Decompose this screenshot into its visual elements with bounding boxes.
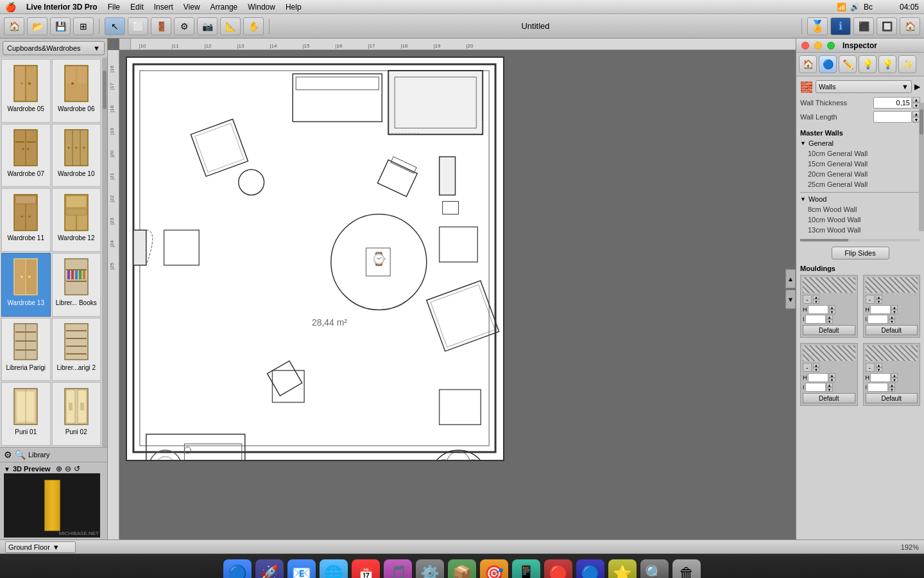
moulding-h-input-3[interactable]: [808, 373, 828, 382]
general-section-header[interactable]: ▼ General: [800, 139, 920, 147]
dock-spotlight[interactable]: 🔍: [640, 559, 669, 579]
moulding-down-4[interactable]: ▼: [876, 367, 882, 372]
moulding-i-input-1[interactable]: [805, 315, 826, 324]
moulding-h-input-2[interactable]: [870, 305, 891, 314]
wall-thickness-up[interactable]: ▲: [912, 97, 920, 103]
menu-window[interactable]: Window: [248, 3, 275, 12]
floor-plan[interactable]: ⌚ 28,44 m²: [126, 57, 504, 461]
moulding-h-up-2[interactable]: ▲: [891, 305, 898, 310]
library-item-books[interactable]: Librer... Books: [52, 253, 101, 317]
menu-edit[interactable]: Edit: [130, 3, 144, 12]
walls-dropdown[interactable]: Walls ▼: [816, 80, 912, 93]
library-item-wardrobe10[interactable]: Wardrobe 10: [52, 124, 101, 188]
library-item-puni02[interactable]: Puni 02: [52, 382, 101, 446]
menu-app-name[interactable]: Live Interior 3D Pro: [26, 3, 98, 12]
dock-mail[interactable]: 📧: [287, 559, 316, 579]
moulding-default-btn-3[interactable]: Default: [803, 393, 855, 403]
dock-itunes[interactable]: 🎵: [384, 559, 412, 579]
inspector-tab-material[interactable]: 🔵: [819, 55, 837, 73]
moulding-i-input-4[interactable]: [868, 383, 888, 392]
inspector-tab-edit[interactable]: ✏️: [839, 55, 857, 73]
home-view-button[interactable]: 🏠: [900, 17, 920, 35]
dock-finder[interactable]: 🔵: [223, 559, 252, 579]
dock-app2[interactable]: 🎯: [480, 559, 508, 579]
save-button[interactable]: 💾: [50, 17, 71, 35]
menu-file[interactable]: File: [108, 3, 120, 12]
dock-app4[interactable]: 🔴: [544, 559, 572, 579]
library-item-arigi2[interactable]: Librer...arigi 2: [52, 318, 101, 381]
search-icon[interactable]: 🔍: [15, 450, 26, 460]
inspector-maximize-btn[interactable]: [827, 42, 835, 49]
apple-menu[interactable]: 🍎: [5, 2, 16, 12]
moulding-minus-2[interactable]: -: [866, 295, 875, 304]
stair-button[interactable]: ⚙: [174, 17, 194, 35]
wall-10cm-general[interactable]: 10cm General Wall: [800, 148, 920, 159]
moulding-i-up-2[interactable]: ▲: [889, 315, 895, 319]
select-button[interactable]: ↖: [105, 17, 125, 35]
dock-safari[interactable]: 🌐: [320, 559, 348, 579]
moulding-down-1[interactable]: ▼: [813, 299, 819, 304]
inspector-tab-special[interactable]: ✨: [898, 55, 916, 73]
wall-10cm-wood[interactable]: 10cm Wood Wall: [800, 215, 920, 225]
library-item-wardrobe06[interactable]: Wardrobe 06: [52, 59, 101, 123]
gear-icon[interactable]: ⚙: [4, 450, 12, 460]
flip-sides-button[interactable]: Flip Sides: [832, 247, 889, 259]
moulding-h-up-3[interactable]: ▲: [829, 373, 835, 378]
moulding-up-2[interactable]: ▲: [876, 295, 882, 299]
wall-8cm-wood[interactable]: 8cm Wood Wall: [800, 204, 920, 215]
library-item-wardrobe13[interactable]: Wardrobe 13: [1, 253, 51, 317]
library-item-puni01[interactable]: Puni 01: [1, 382, 51, 446]
grid-button[interactable]: ⊞: [73, 17, 94, 35]
inspector-tab-light2[interactable]: 💡: [878, 55, 896, 73]
library-item-wardrobe07[interactable]: Wardrobe 07: [1, 124, 51, 188]
moulding-down-2[interactable]: ▼: [876, 299, 882, 304]
inspector-icon[interactable]: 🏅: [807, 17, 828, 35]
wall-25cm-general[interactable]: 25cm General Wall: [800, 179, 920, 189]
measure-button[interactable]: 📐: [220, 17, 241, 35]
library-item-wardrobe12[interactable]: Wardrobe 12: [52, 188, 101, 252]
moulding-i-up-1[interactable]: ▲: [826, 315, 833, 319]
info-button[interactable]: ℹ: [830, 17, 851, 35]
door-button[interactable]: 🚪: [151, 17, 171, 35]
dock-calendar[interactable]: 📅: [352, 559, 380, 579]
camera-button[interactable]: 📷: [197, 17, 218, 35]
menu-arrange[interactable]: Arrange: [210, 3, 238, 12]
moulding-h-down-3[interactable]: ▼: [829, 378, 835, 382]
moulding-i-input-2[interactable]: [868, 315, 888, 324]
dock-launchpad[interactable]: 🚀: [255, 559, 284, 579]
dock-app6[interactable]: ⭐: [608, 559, 637, 579]
wall-thickness-input[interactable]: 0,15: [873, 97, 912, 109]
moulding-default-btn-2[interactable]: Default: [866, 325, 918, 335]
moulding-h-down-2[interactable]: ▼: [891, 310, 898, 314]
menu-insert[interactable]: Insert: [154, 3, 173, 12]
library-item-wardrobe05[interactable]: Wardrobe 05: [1, 59, 51, 123]
inspector-tab-light1[interactable]: 💡: [859, 55, 877, 73]
moulding-h-down-4[interactable]: ▼: [891, 378, 898, 382]
wall-length-input[interactable]: [873, 111, 912, 123]
moulding-minus-1[interactable]: -: [803, 295, 812, 304]
wall-20cm-general[interactable]: 20cm General Wall: [800, 169, 920, 179]
moulding-default-btn-4[interactable]: Default: [866, 393, 918, 403]
library-scrollbar[interactable]: [102, 58, 107, 447]
inspector-scrollbar[interactable]: [919, 103, 924, 231]
moulding-up-4[interactable]: ▲: [876, 363, 882, 367]
dock-app5[interactable]: 🔵: [576, 559, 604, 579]
preview-refresh[interactable]: ↺: [74, 464, 80, 473]
dock-trash[interactable]: 🗑: [672, 559, 701, 579]
pan-button[interactable]: ✋: [243, 17, 264, 35]
dock-app3[interactable]: 📱: [512, 559, 540, 579]
dock-app1[interactable]: 📦: [448, 559, 476, 579]
moulding-h-down-1[interactable]: ▼: [829, 310, 835, 314]
scroll-down-btn[interactable]: ▼: [785, 290, 796, 309]
inspector-minimize-btn[interactable]: [814, 42, 822, 49]
moulding-i-down-4[interactable]: ▼: [889, 387, 895, 392]
moulding-i-up-3[interactable]: ▲: [826, 383, 833, 387]
moulding-down-3[interactable]: ▼: [813, 367, 819, 372]
dock-settings[interactable]: ⚙️: [416, 559, 444, 579]
preview-zoom-in[interactable]: ⊕: [56, 464, 62, 473]
scroll-up-btn[interactable]: ▲: [785, 269, 796, 288]
wall-15cm-general[interactable]: 15cm General Wall: [800, 159, 920, 169]
library-item-wardrobe11[interactable]: Wardrobe 11: [1, 188, 51, 252]
moulding-h-up-1[interactable]: ▲: [829, 305, 835, 310]
view3d-button[interactable]: 🔲: [877, 17, 897, 35]
